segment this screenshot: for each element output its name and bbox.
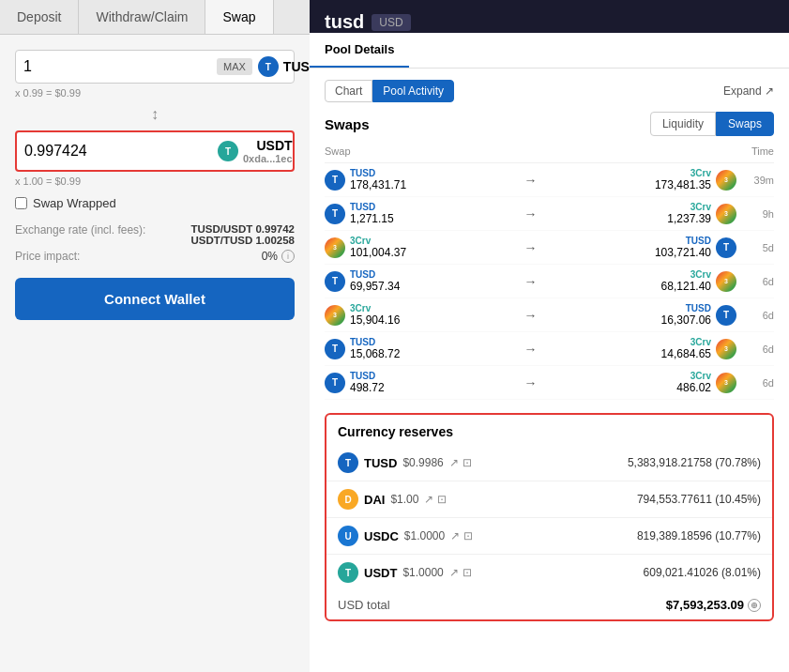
tusd-icon: T — [325, 271, 345, 292]
left-panel: Deposit Withdraw/Claim Swap 1 MAX T TUSD… — [0, 0, 310, 672]
swap-time: 5d — [736, 242, 774, 253]
copy-icon[interactable]: ⊡ — [463, 566, 472, 579]
reserve-actions: ↗ ⊡ — [449, 566, 472, 579]
arrow-icon: → — [520, 308, 542, 323]
tab-deposit[interactable]: Deposit — [0, 0, 79, 34]
tab-pool-details[interactable]: Pool Details — [310, 33, 409, 68]
to-token-badge: T USDT 0xda...1ec — [218, 138, 293, 164]
to-amount: 14,684.65 — [661, 347, 711, 360]
reserve-row: T USDT $1.0000 ↗ ⊡ 609,021.41026 (8.01%) — [326, 555, 772, 590]
swap-to: 3Crv 14,684.65 3 — [542, 337, 737, 360]
to-token-name: TUSD — [686, 236, 711, 246]
to-token-name: 3Crv — [690, 269, 711, 280]
external-link-icon[interactable]: ↗ — [424, 493, 433, 506]
from-amount: 101,004.37 — [350, 246, 406, 259]
price-impact-info-icon[interactable]: i — [281, 250, 295, 263]
tusd-icon: T — [325, 170, 345, 191]
liquidity-button[interactable]: Liquidity — [650, 112, 716, 136]
swap-from: T TUSD 1,271.15 — [325, 202, 520, 225]
swap-from-block: 3Crv 15,904.16 — [350, 303, 400, 327]
to-amount: 68,121.40 — [661, 280, 711, 293]
external-link-icon[interactable]: ↗ — [449, 566, 459, 579]
price-impact-label: Price impact: — [15, 250, 80, 263]
tusd-icon: T — [716, 237, 736, 258]
usd-total-amount: $7,593,253.09 — [666, 598, 744, 612]
max-button[interactable]: MAX — [217, 58, 252, 75]
to-amount-input[interactable]: 0.997424 — [24, 143, 212, 160]
copy-icon[interactable]: ⊡ — [463, 456, 472, 469]
table-row: 3 3Crv 15,904.16 → TUSD 16,307.06 T 6d — [325, 298, 774, 332]
tusd-icon: T — [325, 204, 345, 224]
reserve-token-name: USDC — [364, 529, 399, 543]
tusd-reserve-icon: T — [338, 452, 358, 473]
dai-reserve-icon: D — [338, 489, 358, 510]
usd-total-row: USD total $7,593,253.09 ⊕ — [326, 590, 772, 619]
to-input-row: 0.997424 T USDT 0xda...1ec — [15, 130, 295, 172]
swap-to-block: TUSD 16,307.06 — [661, 303, 711, 327]
swap-wrapped-row: Swap Wrapped — [15, 196, 295, 210]
exchange-rate-2: USDT/TUSD 1.00258 — [190, 235, 295, 246]
reserve-token-name: DAI — [364, 493, 385, 507]
usdt-reserve-icon: T — [338, 562, 358, 583]
exchange-rate-row: Exchange rate (incl. fees): TUSD/USDT 0.… — [15, 223, 295, 246]
from-token-name: 3Crv — [350, 236, 406, 246]
arrow-icon: → — [520, 375, 542, 390]
usd-total-info-icon[interactable]: ⊕ — [748, 599, 761, 612]
external-link-icon[interactable]: ↗ — [449, 456, 459, 469]
tusd-icon: T — [258, 56, 279, 77]
swap-to: 3Crv 68,121.40 3 — [542, 269, 737, 293]
to-token-name: 3Crv — [690, 337, 711, 347]
swap-from: 3 3Crv 101,004.37 — [325, 236, 520, 259]
usdt-icon: T — [218, 141, 238, 161]
swap-to-block: 3Crv 14,684.65 — [661, 337, 711, 360]
swap-to-block: TUSD 103,721.40 — [655, 236, 711, 259]
from-amount: 1,271.15 — [350, 212, 394, 225]
swap-wrapped-checkbox[interactable] — [15, 197, 27, 209]
swap-from: T TUSD 178,431.71 — [325, 168, 520, 191]
expand-button[interactable]: Expand ↗ — [723, 84, 774, 98]
reserves-container: T TUSD $0.9986 ↗ ⊡ 5,383,918.21758 (70.7… — [326, 445, 772, 590]
from-amount: 69,957.34 — [350, 280, 400, 293]
usd-total-label: USD total — [338, 598, 390, 612]
reserve-row: U USDC $1.0000 ↗ ⊡ 819,389.18596 (10.77%… — [326, 518, 772, 555]
exchange-info: Exchange rate (incl. fees): TUSD/USDT 0.… — [15, 223, 295, 263]
swap-time: 39m — [736, 175, 774, 186]
tabs-bar: Deposit Withdraw/Claim Swap — [0, 0, 310, 35]
swaps-button[interactable]: Swaps — [716, 112, 774, 136]
pool-header: tusd USD — [310, 0, 789, 33]
reserve-price: $1.0000 — [404, 529, 445, 542]
3crv-icon: 3 — [716, 373, 736, 393]
3crv-icon: 3 — [716, 170, 736, 191]
tab-withdraw-claim[interactable]: Withdraw/Claim — [79, 0, 205, 34]
connect-wallet-button[interactable]: Connect Wallet — [15, 278, 295, 320]
table-row: T TUSD 15,068.72 → 3Crv 14,684.65 3 6d — [325, 332, 774, 366]
swap-time: 6d — [736, 276, 774, 287]
copy-icon[interactable]: ⊡ — [463, 529, 473, 542]
table-row: T TUSD 69,957.34 → 3Crv 68,121.40 3 6d — [325, 265, 774, 298]
pool-activity-button[interactable]: Pool Activity — [372, 80, 454, 102]
arrow-icon: → — [520, 206, 542, 221]
external-link-icon[interactable]: ↗ — [450, 529, 460, 542]
to-amount: 103,721.40 — [655, 246, 711, 259]
3crv-icon: 3 — [716, 339, 736, 359]
swap-from: T TUSD 498.72 — [325, 371, 520, 394]
tab-swap[interactable]: Swap — [205, 0, 273, 34]
from-amount-input[interactable]: 1 — [23, 58, 211, 75]
from-amount: 498.72 — [350, 381, 385, 394]
copy-icon[interactable]: ⊡ — [437, 493, 447, 506]
reserve-amount: 794,553.77611 (10.45%) — [637, 493, 761, 506]
to-token-name: TUSD — [686, 303, 711, 313]
from-amount: 15,904.16 — [350, 313, 400, 327]
chart-activity-row: Chart Pool Activity Expand ↗ — [325, 80, 774, 102]
swap-from: T TUSD 69,957.34 — [325, 269, 520, 293]
reserve-price: $0.9986 — [402, 456, 443, 469]
col-header-time: Time — [736, 145, 774, 157]
to-token-name: 3Crv — [690, 202, 711, 212]
from-token-name: 3Crv — [350, 303, 400, 313]
reserve-actions: ↗ ⊡ — [450, 529, 473, 542]
swap-rows-container: T TUSD 178,431.71 → 3Crv 173,481.35 3 39… — [325, 163, 774, 400]
from-input-row: 1 MAX T TUSD — [15, 50, 295, 84]
swap-direction-icon[interactable]: ↕ — [15, 106, 295, 123]
chart-button[interactable]: Chart — [325, 80, 372, 102]
to-address: 0xda...1ec — [243, 153, 293, 164]
